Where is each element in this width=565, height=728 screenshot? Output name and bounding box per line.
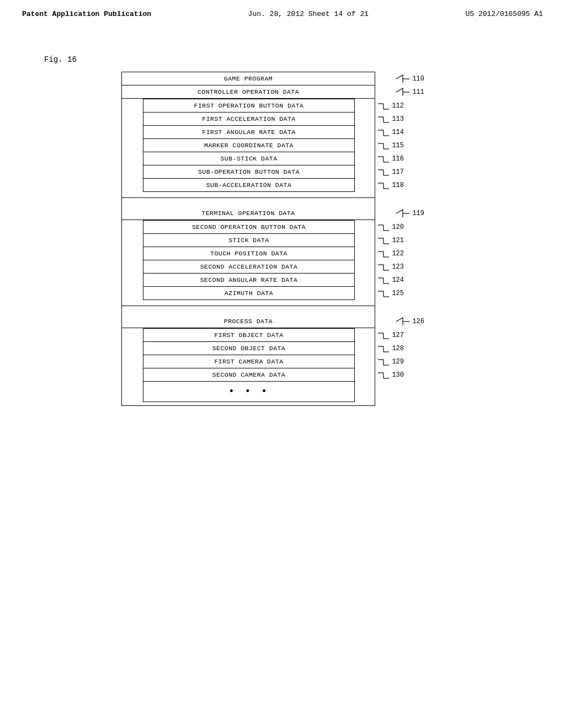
ref-114: 114: [378, 128, 404, 137]
row-second-angular: SECOND ANGULAR RATE DATA 124: [143, 274, 354, 287]
gap-1: [122, 198, 375, 207]
arrow-icon-116: [378, 154, 390, 163]
ref-110: 110: [395, 74, 424, 84]
group-terminal: TERMINAL OPERATION DATA 119 SECOND OPERA…: [122, 207, 375, 306]
ref-125: 125: [378, 289, 404, 298]
cell-second-angular: SECOND ANGULAR RATE DATA: [143, 274, 354, 287]
row-process: PROCESS DATA 126: [122, 315, 375, 328]
cell-terminal-op: TERMINAL OPERATION DATA: [122, 207, 375, 220]
group-process: PROCESS DATA 126 FIRST OBJECT DATA: [122, 315, 375, 405]
ref-117: 117: [378, 168, 404, 176]
arrow-icon-112: [378, 101, 390, 110]
row-game-program: GAME PROGRAM 110: [122, 72, 375, 85]
group-controller: CONTROLLER OPERATION DATA 111 FIRST OPER…: [122, 85, 375, 198]
arrow-icon-121: [378, 236, 390, 245]
arrow-icon-122: [378, 249, 390, 258]
ref-118: 118: [378, 181, 404, 190]
cell-controller-op: CONTROLLER OPERATION DATA: [122, 85, 375, 99]
cell-game-program: GAME PROGRAM: [122, 72, 375, 85]
arrow-icon-126: [395, 317, 411, 326]
arrow-icon-130: [378, 371, 390, 379]
arrow-icon-127: [378, 331, 390, 340]
row-first-camera: FIRST CAMERA DATA 129: [143, 355, 354, 368]
arrow-icon-128: [378, 344, 390, 353]
ref-128: 128: [378, 344, 404, 353]
arrow-icon-111: [395, 87, 411, 97]
row-sub-op-button: SUB-OPERATION BUTTON DATA 117: [143, 165, 354, 179]
row-second-camera: SECOND CAMERA DATA 130: [143, 368, 354, 382]
row-touch-pos: TOUCH POSITION DATA 122: [143, 247, 354, 260]
arrow-icon-119: [395, 208, 411, 218]
row-second-accel: SECOND ACCELERATION DATA 123: [143, 260, 354, 274]
ref-121: 121: [378, 236, 404, 245]
arrow-icon-117: [378, 168, 390, 176]
row-stick: STICK DATA 121: [143, 234, 354, 247]
row-controller-op: CONTROLLER OPERATION DATA 111: [122, 85, 375, 99]
ref-127: 127: [378, 331, 404, 340]
arrow-icon-118: [378, 181, 390, 190]
row-first-angular: FIRST ANGULAR RATE DATA 114: [143, 126, 354, 139]
row-azimuth: AZIMUTH DATA 125: [143, 287, 354, 299]
ref-129: 129: [378, 357, 404, 366]
ref-122: 122: [378, 249, 404, 258]
cell-first-accel: FIRST ACCELERATION DATA: [143, 113, 354, 126]
cell-first-camera: FIRST CAMERA DATA: [143, 355, 354, 368]
arrow-icon-110: [395, 74, 411, 84]
cell-first-op-button: FIRST OPERATION BUTTON DATA: [143, 99, 354, 113]
ref-126: 126: [395, 317, 424, 326]
cell-sub-stick: SUB-STICK DATA: [143, 152, 354, 165]
row-second-object: SECOND OBJECT DATA 128: [143, 342, 354, 355]
cell-process: PROCESS DATA: [122, 315, 375, 328]
row-first-accel: FIRST ACCELERATION DATA 113: [143, 113, 354, 126]
arrow-icon-115: [378, 141, 390, 150]
ref-116: 116: [378, 154, 404, 163]
row-marker-coord: MARKER COORDINATE DATA 115: [143, 139, 354, 152]
cell-second-camera: SECOND CAMERA DATA: [143, 368, 354, 382]
arrow-icon-129: [378, 357, 390, 366]
cell-marker-coord: MARKER COORDINATE DATA: [143, 139, 354, 152]
row-terminal-op: TERMINAL OPERATION DATA 119: [122, 207, 375, 220]
ref-130: 130: [378, 371, 404, 379]
ref-113: 113: [378, 115, 404, 124]
figure-label: Fig. 16: [44, 55, 77, 64]
cell-touch-pos: TOUCH POSITION DATA: [143, 247, 354, 260]
cell-second-op-button: SECOND OPERATION BUTTON DATA: [143, 221, 354, 234]
ref-111: 111: [395, 87, 424, 97]
arrow-icon-125: [378, 289, 390, 298]
cell-first-angular: FIRST ANGULAR RATE DATA: [143, 126, 354, 139]
inner-box-process: FIRST OBJECT DATA 127 SECOND OBJEC: [143, 328, 355, 402]
cell-second-accel: SECOND ACCELERATION DATA: [143, 260, 354, 274]
row-second-op-button: SECOND OPERATION BUTTON DATA 120: [143, 221, 354, 234]
arrow-icon-114: [378, 128, 390, 137]
ref-112: 112: [378, 101, 404, 110]
arrow-icon-113: [378, 115, 390, 124]
row-sub-stick: SUB-STICK DATA 116: [143, 152, 354, 165]
dots-continuation: • • •: [143, 382, 354, 402]
patent-number: US 2012/0165095 A1: [466, 10, 543, 18]
cell-second-object: SECOND OBJECT DATA: [143, 342, 354, 355]
page-header: Patent Application Publication Jun. 28, …: [0, 0, 565, 24]
ref-124: 124: [378, 276, 404, 285]
date-sheet: Jun. 28, 2012 Sheet 14 of 21: [248, 10, 369, 18]
row-sub-accel: SUB-ACCELERATION DATA 118: [143, 179, 354, 191]
arrow-icon-124: [378, 276, 390, 285]
gap-2: [122, 306, 375, 315]
cell-first-object: FIRST OBJECT DATA: [143, 329, 354, 342]
inner-box-controller: FIRST OPERATION BUTTON DATA 112 FI: [143, 99, 355, 192]
cell-sub-accel: SUB-ACCELERATION DATA: [143, 179, 354, 191]
cell-sub-op-button: SUB-OPERATION BUTTON DATA: [143, 165, 354, 179]
publication-label: Patent Application Publication: [22, 10, 151, 18]
arrow-icon-123: [378, 263, 390, 271]
ref-115: 115: [378, 141, 404, 150]
cell-stick: STICK DATA: [143, 234, 354, 247]
diagram: GAME PROGRAM 110 CONTROLLER OPERATION DA…: [121, 72, 441, 406]
row-first-op-button: FIRST OPERATION BUTTON DATA 112: [143, 99, 354, 113]
cell-azimuth: AZIMUTH DATA: [143, 287, 354, 299]
arrow-icon-120: [378, 223, 390, 232]
ref-123: 123: [378, 263, 404, 271]
ref-120: 120: [378, 223, 404, 232]
ref-119: 119: [395, 208, 424, 218]
row-first-object: FIRST OBJECT DATA 127: [143, 329, 354, 342]
inner-box-terminal: SECOND OPERATION BUTTON DATA 120 S: [143, 220, 355, 300]
